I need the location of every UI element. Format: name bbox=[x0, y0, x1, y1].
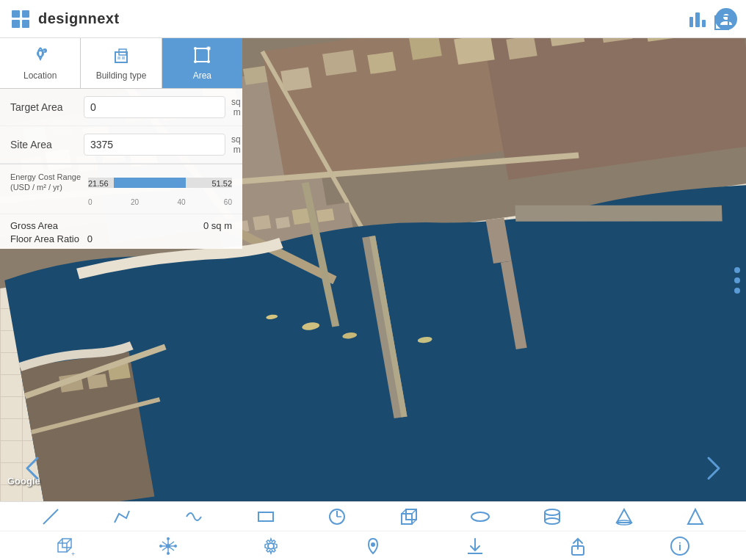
side-dot-1 bbox=[734, 267, 740, 273]
curve-tool[interactable] bbox=[181, 503, 207, 530]
svg-rect-20 bbox=[506, 38, 537, 59]
grid-cell bbox=[12, 20, 20, 28]
svg-line-101 bbox=[162, 546, 168, 550]
grid-cell bbox=[22, 20, 30, 28]
tab-location-label: Location bbox=[23, 70, 57, 81]
svg-text:+: + bbox=[43, 48, 45, 53]
svg-point-106 bbox=[167, 552, 170, 555]
site-area-unit: sq m bbox=[231, 134, 241, 155]
svg-rect-74 bbox=[258, 512, 273, 521]
energy-chart-panel: Energy Cost Range(USD / m² / yr) 21.56 5… bbox=[0, 164, 242, 214]
tab-location[interactable]: + Location bbox=[0, 38, 81, 88]
gross-area-row: Gross Area 0 sq m bbox=[10, 220, 232, 231]
bar1 bbox=[689, 17, 693, 27]
svg-rect-14 bbox=[243, 66, 268, 85]
svg-point-84 bbox=[545, 509, 560, 515]
building-tab-icon bbox=[112, 46, 130, 68]
svg-point-87 bbox=[545, 518, 560, 524]
tab-building-type[interactable]: Building type bbox=[81, 38, 162, 88]
area-tab-icon: ✓ bbox=[193, 46, 211, 68]
floor-area-row: Floor Area Ratio 0 bbox=[10, 233, 232, 244]
cone-tool[interactable] bbox=[611, 503, 637, 530]
download-button[interactable] bbox=[462, 533, 488, 559]
floor-area-label: Floor Area Ratio bbox=[10, 233, 79, 244]
line-tool[interactable] bbox=[37, 503, 64, 530]
site-area-input[interactable] bbox=[84, 134, 225, 156]
tab-area-label: Area bbox=[193, 70, 211, 81]
chart-bar-area: 21.56 51.52 bbox=[88, 172, 232, 194]
target-area-unit: sq m bbox=[231, 97, 241, 117]
svg-point-107 bbox=[159, 545, 162, 548]
svg-point-104 bbox=[167, 537, 170, 540]
grid-cell bbox=[22, 10, 30, 18]
ellipse-tool[interactable] bbox=[467, 503, 493, 530]
share-button[interactable] bbox=[565, 533, 591, 559]
svg-point-67 bbox=[194, 47, 197, 50]
cylinder-tool[interactable] bbox=[539, 503, 565, 530]
form-panel: Target Area sq m Site Area sq m bbox=[0, 89, 242, 164]
site-area-row: Site Area sq m bbox=[0, 126, 242, 164]
tab-area[interactable]: ✓ Area bbox=[162, 38, 242, 88]
header: designnext bbox=[0, 0, 746, 38]
svg-line-91 bbox=[58, 539, 62, 543]
left-panel: + Location Building type bbox=[0, 38, 242, 249]
svg-rect-33 bbox=[275, 217, 290, 228]
svg-point-83 bbox=[471, 512, 489, 521]
grid-cell bbox=[12, 10, 20, 18]
header-left: designnext bbox=[9, 7, 120, 31]
settings-button[interactable] bbox=[258, 533, 284, 559]
location-pin-button[interactable] bbox=[360, 533, 386, 559]
cube-3d-icon[interactable] bbox=[712, 10, 736, 34]
svg-point-105 bbox=[174, 545, 177, 548]
svg-point-109 bbox=[371, 542, 375, 547]
axis-40: 40 bbox=[177, 198, 185, 206]
target-area-input[interactable] bbox=[84, 96, 225, 118]
site-area-label: Site Area bbox=[10, 139, 84, 150]
chart-max-label: 51.52 bbox=[211, 179, 232, 188]
grid-menu-icon[interactable] bbox=[9, 7, 32, 31]
svg-rect-65 bbox=[122, 57, 125, 59]
svg-point-70 bbox=[207, 60, 210, 63]
svg-rect-54 bbox=[715, 16, 728, 29]
svg-text:✓: ✓ bbox=[207, 46, 210, 51]
chart-bar-fill bbox=[114, 178, 186, 188]
info-button[interactable]: i bbox=[667, 533, 693, 559]
svg-point-108 bbox=[268, 543, 274, 549]
analytics-icon[interactable] bbox=[687, 9, 708, 29]
add-3d-button[interactable]: + bbox=[53, 533, 79, 559]
tabs-container: + Location Building type bbox=[0, 38, 242, 89]
tab-building-label: Building type bbox=[96, 70, 147, 81]
side-dots bbox=[734, 267, 740, 294]
toolbar-action-tools: + bbox=[0, 531, 746, 560]
svg-rect-42 bbox=[515, 206, 723, 222]
svg-text:i: i bbox=[678, 541, 681, 553]
side-dot-3 bbox=[734, 288, 740, 294]
svg-line-97 bbox=[168, 542, 174, 546]
gauge-tool[interactable] bbox=[324, 503, 350, 530]
svg-text:+: + bbox=[71, 550, 75, 556]
polyline-tool[interactable] bbox=[109, 503, 135, 530]
axis-20: 20 bbox=[131, 198, 139, 206]
pyramid-tool[interactable] bbox=[682, 503, 709, 530]
svg-rect-17 bbox=[367, 51, 396, 73]
chart-axis: 0 20 40 60 bbox=[88, 197, 232, 206]
chart-title: Energy Cost Range(USD / m² / yr) bbox=[10, 172, 81, 193]
forward-arrow[interactable] bbox=[695, 450, 731, 487]
bottom-toolbar: + bbox=[0, 501, 746, 560]
app-title: designnext bbox=[38, 10, 120, 27]
rect-tool[interactable] bbox=[253, 503, 279, 530]
svg-line-92 bbox=[67, 539, 71, 543]
bar2 bbox=[695, 12, 699, 27]
chart-min-label: 21.56 bbox=[88, 179, 109, 188]
svg-line-73 bbox=[43, 509, 58, 524]
bar3 bbox=[702, 20, 706, 27]
floor-area-value: 0 bbox=[87, 233, 93, 244]
box3d-tool[interactable] bbox=[396, 503, 422, 530]
radiate-button[interactable] bbox=[155, 533, 181, 559]
target-area-label: Target Area bbox=[10, 101, 84, 113]
toolbar-drawing-tools bbox=[0, 502, 746, 531]
back-arrow[interactable] bbox=[15, 450, 51, 487]
axis-0: 0 bbox=[88, 198, 93, 206]
gross-area-value: 0 sq m bbox=[203, 220, 232, 231]
svg-line-103 bbox=[162, 542, 168, 546]
